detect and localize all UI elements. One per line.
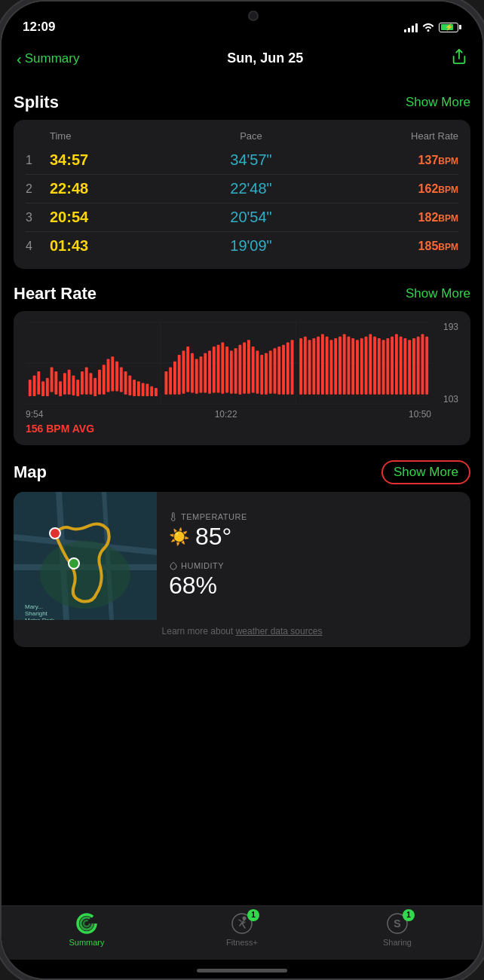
split-num: 2 (26, 182, 44, 196)
back-button[interactable]: ‹ Summary (17, 51, 79, 66)
chart-x-labels: 9:54 10:22 10:50 (26, 409, 458, 420)
svg-rect-65 (291, 340, 294, 395)
svg-rect-38 (173, 362, 176, 395)
svg-rect-88 (395, 334, 398, 395)
temp-value: 85° (195, 523, 231, 551)
svg-rect-50 (225, 347, 228, 393)
tab-fitness-icon-wrap: 1 (231, 912, 253, 935)
svg-rect-35 (155, 388, 158, 396)
tab-sharing[interactable]: S 1 Sharing (320, 912, 475, 947)
map-inner: Mary... Sharight Metro Park TEMPERATURE (14, 492, 470, 620)
chart-y-labels: 193 103 (443, 322, 458, 405)
svg-rect-70 (317, 337, 320, 395)
svg-rect-48 (217, 345, 220, 393)
weather-sources-link[interactable]: weather data sources (236, 626, 323, 637)
col-hr: Heart Rate (320, 130, 458, 142)
svg-rect-10 (46, 378, 49, 396)
svg-rect-78 (351, 338, 354, 395)
svg-rect-26 (115, 362, 118, 392)
phone-screen: 12:09 ⚡ (2, 2, 482, 978)
svg-rect-55 (247, 340, 250, 394)
status-icons: ⚡ (404, 21, 461, 34)
svg-rect-42 (191, 353, 194, 393)
svg-rect-72 (326, 337, 329, 395)
tab-bar: Summary 1 Fitness+ (2, 905, 482, 960)
svg-point-101 (40, 541, 130, 609)
fitness-badge: 1 (247, 909, 259, 921)
svg-point-102 (50, 528, 60, 539)
svg-rect-68 (308, 340, 311, 395)
thermometer-icon (169, 512, 178, 521)
split-hr: 137BPM (320, 154, 458, 167)
map-svg: Mary... Sharight Metro Park (14, 492, 157, 620)
scroll-content: Splits Show More Time Pace Heart Rate 1 … (2, 78, 482, 905)
svg-rect-59 (265, 353, 268, 395)
split-hr: 185BPM (320, 240, 458, 253)
col-pace: Pace (182, 130, 320, 142)
svg-rect-74 (334, 338, 337, 395)
heart-rate-header: Heart Rate Show More (14, 284, 470, 304)
back-label: Summary (25, 51, 80, 66)
svg-rect-22 (98, 370, 101, 395)
table-row: 3 20:54 20'54" 182BPM (26, 205, 458, 230)
tab-fitness-label: Fitness+ (226, 938, 258, 947)
svg-rect-61 (274, 348, 277, 394)
svg-rect-23 (103, 365, 106, 395)
notch-camera (248, 11, 259, 21)
tab-fitness[interactable]: 1 Fitness+ (164, 912, 320, 947)
svg-rect-8 (37, 371, 40, 395)
svg-rect-92 (412, 338, 415, 395)
split-hr: 182BPM (320, 211, 458, 224)
split-pace: 19'09" (182, 237, 320, 255)
svg-rect-25 (111, 356, 114, 391)
heart-rate-show-more[interactable]: Show More (406, 286, 470, 301)
svg-rect-94 (421, 334, 424, 395)
phone-frame: 12:09 ⚡ (0, 0, 484, 980)
svg-rect-82 (369, 334, 372, 395)
tab-summary-icon-wrap (75, 912, 98, 935)
svg-rect-89 (400, 337, 403, 395)
svg-rect-31 (137, 381, 140, 396)
share-button[interactable] (451, 48, 467, 69)
tab-sharing-label: Sharing (383, 938, 412, 947)
svg-text:Metro Park: Metro Park (25, 617, 55, 620)
svg-text:Sharight: Sharight (25, 610, 48, 617)
svg-rect-17 (76, 380, 79, 396)
splits-show-more[interactable]: Show More (406, 95, 470, 110)
svg-rect-84 (378, 338, 381, 395)
tab-summary[interactable]: Summary (9, 912, 164, 947)
svg-rect-76 (343, 334, 346, 395)
svg-rect-54 (243, 343, 246, 394)
svg-point-108 (81, 917, 93, 930)
nav-header: ‹ Summary Sun, Jun 25 (2, 42, 482, 78)
heart-rate-title: Heart Rate (14, 284, 96, 304)
svg-rect-46 (208, 351, 211, 394)
svg-rect-36 (164, 371, 167, 395)
svg-rect-73 (330, 340, 333, 395)
split-time: 34:57 (50, 151, 182, 169)
svg-rect-60 (269, 351, 272, 394)
svg-rect-53 (238, 345, 241, 395)
humidity-label: HUMIDITY (169, 561, 458, 570)
svg-rect-47 (213, 347, 216, 393)
map-weather: TEMPERATURE ☀️ 85° HUMIDITY (157, 492, 470, 620)
svg-rect-49 (221, 343, 224, 394)
sun-icon: ☀️ (169, 527, 189, 547)
svg-rect-40 (182, 351, 185, 394)
svg-rect-21 (93, 378, 96, 396)
svg-rect-95 (425, 337, 428, 395)
humidity-row: HUMIDITY 68% (169, 561, 458, 600)
svg-rect-44 (200, 356, 203, 392)
weather-note: Learn more about weather data sources (14, 620, 470, 647)
svg-rect-66 (299, 338, 302, 395)
chart-x-label-3: 10:50 (409, 409, 431, 420)
sharing-badge: 1 (403, 909, 415, 921)
svg-rect-87 (391, 337, 394, 395)
svg-rect-6 (29, 380, 32, 396)
map-show-more[interactable]: Show More (381, 460, 470, 484)
col-time: Time (50, 130, 182, 142)
svg-rect-39 (178, 355, 181, 395)
svg-rect-41 (186, 347, 189, 392)
map-thumbnail[interactable]: Mary... Sharight Metro Park (14, 492, 157, 620)
svg-rect-64 (286, 343, 289, 395)
